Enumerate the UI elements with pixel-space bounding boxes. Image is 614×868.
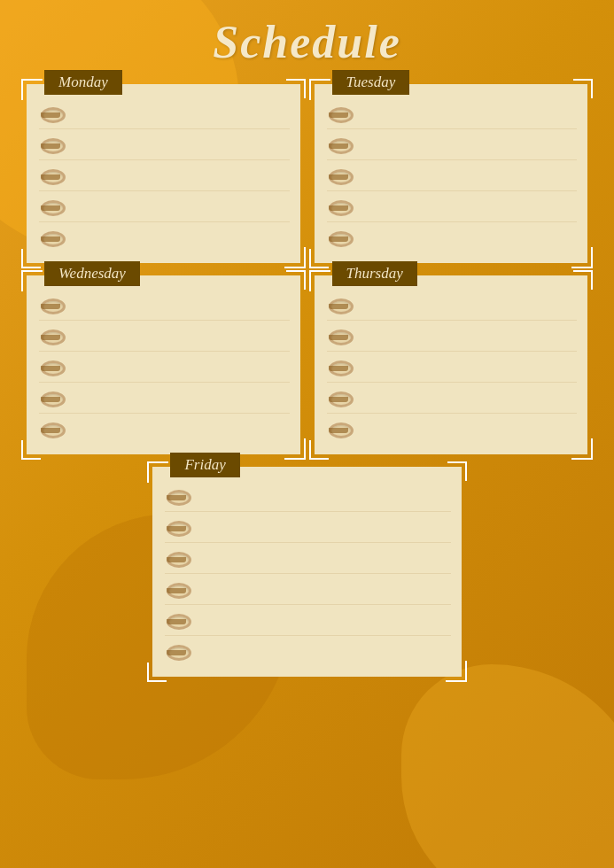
tuesday-label: Tuesday xyxy=(332,70,410,95)
ring-row xyxy=(327,98,578,129)
ring-row xyxy=(165,543,450,574)
ring-row xyxy=(165,636,450,666)
ring-row xyxy=(327,352,578,383)
friday-label: Friday xyxy=(170,453,239,477)
ring-row xyxy=(39,383,290,414)
ring-icon xyxy=(39,360,62,374)
corner-bl-monday xyxy=(21,249,41,268)
ring-icon xyxy=(165,551,188,565)
ring-row xyxy=(327,383,578,414)
ring-icon xyxy=(39,137,62,151)
wednesday-body xyxy=(27,275,300,454)
bottom-row: Friday xyxy=(152,467,461,677)
ring-row xyxy=(165,512,450,543)
thursday-label: Thursday xyxy=(332,261,417,286)
ring-icon xyxy=(327,298,350,312)
corner-bl-tuesday xyxy=(309,249,329,268)
page-title: Schedule xyxy=(213,16,400,68)
ring-row xyxy=(165,481,450,512)
corner-tr-wednesday xyxy=(286,270,306,290)
ring-row xyxy=(327,321,578,352)
thursday-body xyxy=(315,275,588,454)
ring-row xyxy=(327,414,578,444)
ring-icon xyxy=(39,106,62,120)
ring-icon xyxy=(327,106,350,120)
ring-row xyxy=(39,321,290,352)
ring-icon xyxy=(327,168,350,182)
friday-body xyxy=(152,467,461,677)
ring-icon xyxy=(327,391,350,405)
ring-icon xyxy=(327,137,350,151)
ring-row xyxy=(327,129,578,160)
ring-icon xyxy=(165,489,188,503)
ring-icon xyxy=(327,230,350,244)
ring-row xyxy=(39,222,290,252)
ring-icon xyxy=(39,391,62,405)
ring-icon xyxy=(327,422,350,436)
ring-icon xyxy=(165,582,188,596)
corner-bl-friday xyxy=(147,663,167,682)
monday-label: Monday xyxy=(44,70,122,95)
middle-row: Wednesday Thursday xyxy=(27,275,587,454)
tuesday-body xyxy=(315,84,588,263)
monday-card: Monday xyxy=(27,84,300,263)
wednesday-card: Wednesday xyxy=(27,275,300,454)
top-row: Monday Tuesday xyxy=(27,84,587,263)
corner-tr-monday xyxy=(286,79,306,98)
thursday-card: Thursday xyxy=(315,275,588,454)
monday-body xyxy=(27,84,300,263)
ring-icon xyxy=(165,644,188,658)
corner-bl-thursday xyxy=(309,440,329,460)
ring-row xyxy=(327,160,578,191)
wednesday-label: Wednesday xyxy=(44,261,140,286)
page-content: Schedule Monday Tuesday xyxy=(0,0,614,868)
ring-icon xyxy=(327,360,350,374)
ring-row xyxy=(327,191,578,222)
ring-icon xyxy=(165,613,188,627)
ring-icon xyxy=(327,199,350,213)
ring-row xyxy=(165,574,450,605)
ring-icon xyxy=(39,230,62,244)
ring-row xyxy=(327,290,578,321)
ring-row xyxy=(39,98,290,129)
ring-row xyxy=(39,160,290,191)
ring-icon xyxy=(39,298,62,312)
ring-row xyxy=(39,191,290,222)
ring-row xyxy=(39,414,290,444)
corner-bl-wednesday xyxy=(21,440,41,460)
corner-tr-thursday xyxy=(573,270,593,290)
ring-row xyxy=(39,352,290,383)
ring-icon xyxy=(39,199,62,213)
ring-row xyxy=(327,222,578,252)
ring-row xyxy=(39,129,290,160)
ring-row xyxy=(39,290,290,321)
ring-icon xyxy=(39,422,62,436)
ring-icon xyxy=(39,329,62,343)
tuesday-card: Tuesday xyxy=(315,84,588,263)
ring-row xyxy=(165,605,450,636)
ring-icon xyxy=(165,520,188,534)
corner-tr-friday xyxy=(447,461,467,481)
corner-tr-tuesday xyxy=(573,79,593,98)
friday-card: Friday xyxy=(152,467,461,677)
ring-icon xyxy=(327,329,350,343)
ring-icon xyxy=(39,168,62,182)
